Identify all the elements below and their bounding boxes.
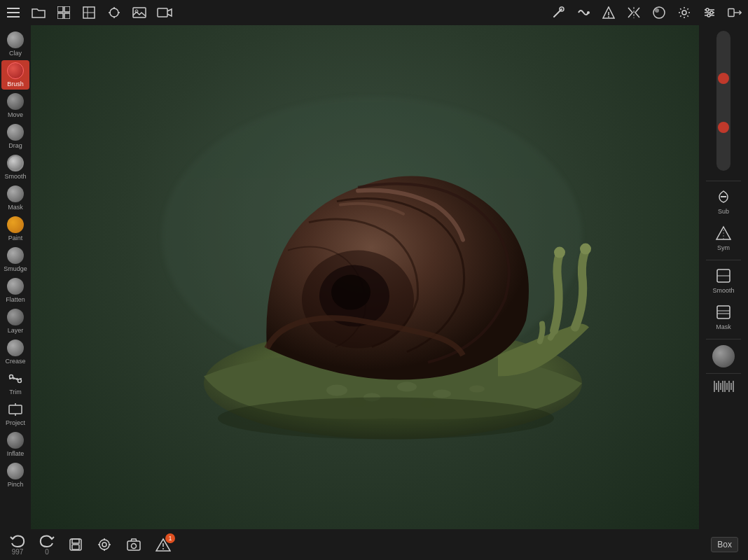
sub-label: Sub: [718, 208, 729, 215]
stroke-icon[interactable]: [576, 5, 591, 20]
sym-button[interactable]: Sym: [702, 220, 745, 254]
svg-rect-62: [717, 306, 730, 318]
trim-tool-icon: [7, 370, 24, 387]
smudge-tool-icon: [7, 247, 24, 264]
clay-tool-icon: [7, 31, 24, 48]
flatten-label: Flatten: [6, 296, 25, 303]
svg-point-47: [433, 390, 451, 398]
svg-point-46: [397, 382, 417, 392]
video-icon[interactable]: [157, 5, 172, 20]
sym-icon: [714, 223, 733, 243]
project-label: Project: [6, 419, 25, 426]
tool-mask[interactable]: Mask: [1, 183, 29, 213]
sub-button[interactable]: Sub: [702, 184, 745, 218]
undo-button[interactable]: 997: [8, 532, 27, 557]
transform-icon[interactable]: [106, 5, 122, 20]
image-icon[interactable]: [132, 5, 147, 20]
svg-rect-0: [7, 8, 20, 9]
drag-label: Drag: [8, 142, 22, 149]
svg-rect-4: [64, 6, 70, 12]
scene-icon[interactable]: [56, 5, 71, 20]
svg-point-55: [331, 275, 370, 310]
mask-right-button[interactable]: Mask: [702, 300, 745, 333]
view-mode-button[interactable]: Box: [709, 536, 740, 554]
radius-slider-handle[interactable]: [718, 73, 729, 84]
tool-clay[interactable]: Clay: [1, 29, 29, 59]
tool-smudge[interactable]: Smudge: [1, 245, 29, 274]
undo-icon[interactable]: [10, 533, 25, 547]
mask-tool-icon: [7, 186, 24, 202]
clay-label: Clay: [9, 50, 22, 57]
preferences-icon[interactable]: [727, 5, 742, 20]
view-mode-label[interactable]: Box: [711, 537, 738, 552]
redo-icon[interactable]: [39, 533, 55, 547]
svg-point-25: [655, 8, 659, 13]
top-toolbar: [0, 0, 748, 25]
svg-point-56: [218, 398, 554, 440]
tool-flatten[interactable]: Flatten: [1, 276, 29, 305]
settings-icon[interactable]: [677, 5, 692, 20]
tool-project[interactable]: Project: [1, 399, 29, 428]
paint-label: Paint: [8, 234, 23, 241]
tool-drag[interactable]: Drag: [1, 122, 29, 151]
svg-point-68: [99, 540, 109, 550]
smooth-label: Smooth: [4, 173, 26, 180]
tool-crease[interactable]: Crease: [1, 337, 29, 367]
tool-trim[interactable]: Trim: [1, 368, 29, 398]
brush-preview-sphere: [712, 345, 735, 368]
svg-point-24: [653, 7, 665, 18]
sym-label: Sym: [717, 244, 730, 251]
intensity-slider-handle[interactable]: [718, 122, 729, 133]
smudge-label: Smudge: [4, 265, 27, 272]
grid-icon[interactable]: [81, 5, 97, 20]
svg-point-37: [18, 379, 22, 383]
menu-icon[interactable]: [6, 5, 21, 20]
svg-point-52: [580, 244, 591, 255]
right-divider-2: [706, 260, 741, 260]
svg-point-22: [608, 16, 609, 18]
camera-settings-button[interactable]: [95, 536, 113, 553]
tool-pinch[interactable]: Pinch: [1, 461, 29, 490]
warning-button[interactable]: 1: [154, 536, 172, 553]
alpha-icon[interactable]: [601, 5, 616, 20]
save-button[interactable]: [67, 536, 84, 553]
tool-brush[interactable]: Brush: [1, 60, 29, 90]
svg-point-31: [710, 11, 713, 14]
svg-rect-67: [72, 545, 79, 550]
mirror-icon[interactable]: [626, 5, 642, 20]
radius-slider[interactable]: [716, 31, 730, 171]
snail-scene: [31, 25, 699, 529]
save-icon[interactable]: [69, 538, 83, 552]
right-divider-1: [706, 181, 741, 181]
right-divider-3: [706, 339, 741, 340]
svg-point-48: [469, 386, 485, 393]
tool-move[interactable]: Move: [1, 91, 29, 120]
camera-settings-icon[interactable]: [97, 538, 112, 552]
tool-inflate[interactable]: Inflate: [1, 430, 29, 459]
post-process-icon[interactable]: [702, 5, 717, 20]
layer-label: Layer: [8, 327, 24, 334]
svg-rect-17: [158, 8, 167, 17]
tool-smooth[interactable]: Smooth: [1, 153, 29, 182]
screenshot-icon[interactable]: [126, 538, 141, 552]
redo-button[interactable]: 0: [38, 532, 56, 557]
mask-right-label: Mask: [716, 323, 731, 330]
tool-layer[interactable]: Layer: [1, 307, 29, 336]
mask-label: Mask: [8, 204, 23, 211]
folder-icon[interactable]: [31, 5, 46, 20]
left-sidebar: Clay Brush Move Drag Smooth Mask Paint S…: [0, 25, 31, 529]
smooth-button[interactable]: Smooth: [702, 263, 745, 297]
tool-paint[interactable]: Paint: [1, 214, 29, 244]
crease-tool-icon: [7, 340, 24, 356]
brush-tool-icon[interactable]: [550, 5, 566, 20]
brush-tool-icon: [7, 62, 24, 79]
screenshot-button[interactable]: [125, 536, 143, 553]
svg-point-10: [110, 8, 118, 17]
brush-label: Brush: [7, 80, 24, 88]
svg-point-26: [682, 10, 686, 15]
move-tool-icon: [7, 93, 24, 110]
viewport[interactable]: [31, 25, 699, 529]
warning-badge: 1: [165, 533, 175, 543]
matcap-icon[interactable]: [651, 5, 667, 20]
svg-point-69: [102, 542, 106, 547]
